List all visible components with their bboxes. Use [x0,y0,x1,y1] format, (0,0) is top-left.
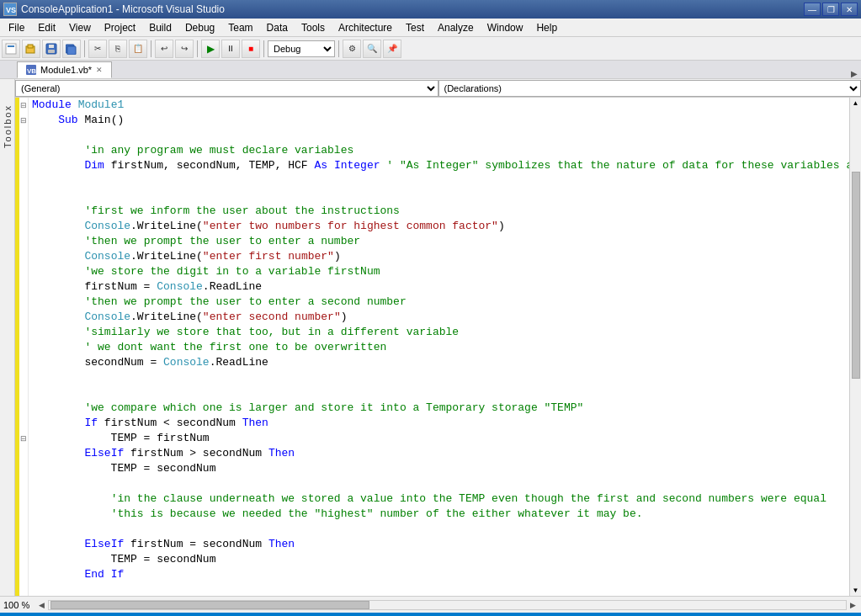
pause-btn[interactable]: ⏸ [221,40,240,58]
scroll-down-arrow[interactable]: ▼ [851,585,861,596]
h-scroll-thumb[interactable] [50,601,369,609]
toolbar-area: ✂ ⎘ 📋 ↩ ↪ ▶ ⏸ ■ Debug ⚙ 🔍 📌 [0,37,861,61]
open-btn[interactable] [22,40,40,58]
menu-help[interactable]: Help [529,20,564,35]
title-text: ConsoleApplication1 - Microsoft Visual S… [21,3,225,15]
collapse-module[interactable]: ⊟ [19,98,28,113]
collapse-if1[interactable]: ⊟ [19,431,28,446]
tab-label: Module1.vb* [40,65,92,75]
scroll-thumb[interactable] [852,172,860,378]
menu-edit[interactable]: Edit [31,20,62,35]
svg-text:VS: VS [6,6,16,14]
code-content[interactable]: Module Module1 Sub Main() 'in any progra… [29,98,849,596]
dropdown-bar: (General) (Declarations) [0,79,861,98]
toolbox-strip[interactable]: Toolbox [0,98,15,596]
title-bar-left: VS ConsoleApplication1 - Microsoft Visua… [3,3,225,16]
redo-btn[interactable]: ↪ [175,40,194,58]
restore-button[interactable]: ❐ [822,3,839,16]
toolbar-extra-3[interactable]: 📌 [383,40,401,58]
scroll-up-arrow[interactable]: ▲ [851,98,861,109]
debug-combo[interactable]: Debug [268,40,335,57]
save-all-btn[interactable] [62,40,81,58]
menu-build[interactable]: Build [142,20,178,35]
status-bar: Ready Ln 86 Col 1 Ch 1 INS [0,613,861,616]
code-pre: Module Module1 Sub Main() 'in any progra… [32,98,849,596]
svg-rect-8 [49,45,54,48]
svg-rect-3 [8,45,14,47]
copy-btn[interactable]: ⎘ [109,40,127,58]
editor-body: ⊟ ⊟ [15,98,861,596]
svg-rect-5 [28,45,33,48]
svg-rect-2 [6,44,16,54]
minimize-button[interactable]: — [804,3,821,16]
menu-tools[interactable]: Tools [295,20,332,35]
save-btn[interactable] [42,40,61,58]
vb-file-icon: VB [26,65,36,75]
stop-btn[interactable]: ■ [242,40,260,58]
toolbar-extra-2[interactable]: 🔍 [363,40,381,58]
vs-icon: VS [3,3,17,16]
menu-architecture[interactable]: Architecture [332,20,399,35]
zoom-level: 100 % [3,600,37,610]
svg-text:VB: VB [27,67,36,75]
title-bar-controls: — ❐ ✕ [804,3,858,16]
general-dropdown[interactable]: (General) [15,80,438,97]
tab-bar: VB Module1.vb* ✕ ▶ [0,61,861,79]
zoom-bar: 100 % ◀ ▶ [0,596,861,613]
menu-view[interactable]: View [62,20,98,35]
zoom-right-arrow[interactable]: ▶ [850,601,856,609]
paste-btn[interactable]: 📋 [129,40,147,58]
close-button[interactable]: ✕ [841,3,858,16]
undo-btn[interactable]: ↩ [155,40,173,58]
toolbar-sep-3 [197,40,198,57]
toolbar-sep-1 [84,40,85,57]
toolbar-sep-5 [338,40,339,57]
toolbar-sep-2 [151,40,151,57]
dropdown-left-spacer [0,79,15,98]
title-bar: VS ConsoleApplication1 - Microsoft Visua… [0,0,861,19]
menu-team[interactable]: Team [221,20,259,35]
right-scrollbar[interactable]: ▲ ▼ [849,98,861,596]
toolbar-extra-1[interactable]: ⚙ [343,40,361,58]
new-project-btn[interactable] [2,40,20,58]
menu-debug[interactable]: Debug [178,20,221,35]
cut-btn[interactable]: ✂ [88,40,107,58]
declarations-dropdown[interactable]: (Declarations) [438,80,862,97]
tab-close-btn[interactable]: ✕ [96,66,103,74]
collapse-gutter: ⊟ ⊟ [15,98,29,596]
menu-analyze[interactable]: Analyze [431,20,481,35]
menu-window[interactable]: Window [481,20,530,35]
menu-data[interactable]: Data [260,20,295,35]
zoom-left-arrow[interactable]: ◀ [39,601,45,609]
collapse-sub[interactable]: ⊟ [19,113,28,128]
tab-scroll-btn[interactable]: ▶ [851,69,858,78]
toolbar-sep-4 [263,40,264,57]
menu-test[interactable]: Test [399,20,431,35]
editor-main: ⊟ ⊟ [15,98,861,596]
menu-bar: File Edit View Project Build Debug Team … [0,19,861,37]
svg-rect-10 [67,46,76,55]
toolbox-label: Toolbox [3,104,13,148]
workspace: Toolbox ⊟ ⊟ [0,98,861,596]
tab-module1[interactable]: VB Module1.vb* ✕ [17,61,112,78]
yellow-bookmark-bar [15,98,19,596]
menu-file[interactable]: File [2,20,31,35]
svg-rect-7 [48,50,55,53]
menu-project[interactable]: Project [98,20,142,35]
start-btn[interactable]: ▶ [201,40,220,58]
h-scrollbar[interactable] [48,600,847,610]
